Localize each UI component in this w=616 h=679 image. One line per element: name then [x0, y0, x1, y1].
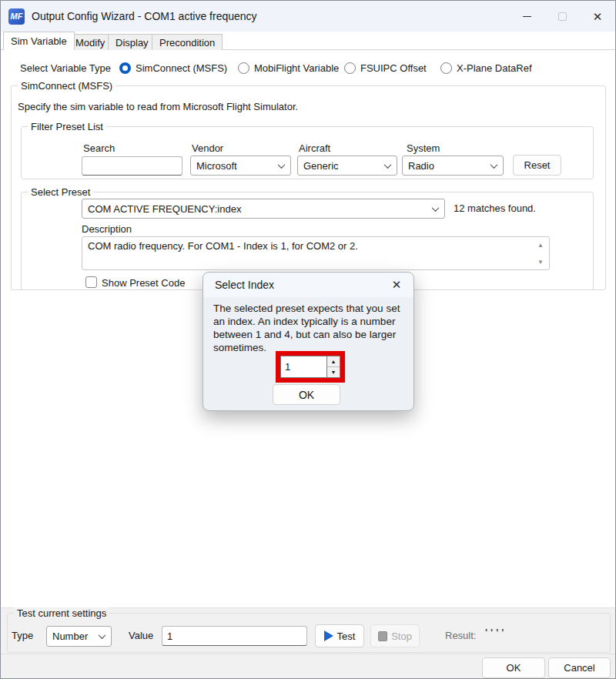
preset-value: COM ACTIVE FREQUENCY:index — [88, 203, 241, 215]
simconnect-groupbox-title: SimConnect (MSFS) — [18, 80, 116, 92]
chevron-down-icon — [384, 161, 392, 169]
radio-xplane-dataref-label[interactable]: X-Plane DataRef — [457, 62, 532, 74]
scroll-up-icon[interactable]: ▲ — [535, 239, 546, 250]
tab-display[interactable]: Display — [108, 34, 156, 50]
type-select[interactable]: Number — [46, 626, 112, 647]
index-highlight-annotation: 1 ▲ ▼ — [276, 351, 345, 383]
aircraft-value: Generic — [303, 160, 339, 172]
chevron-down-icon — [99, 631, 106, 639]
stop-icon — [378, 631, 387, 641]
select-preset-groupbox-title: Select Preset — [28, 186, 93, 198]
reset-button[interactable]: Reset — [513, 155, 561, 176]
radio-fsuipc-offset[interactable] — [344, 62, 356, 74]
radio-fsuipc-offset-label[interactable]: FSUIPC Offset — [360, 62, 427, 74]
type-value: Number — [52, 630, 88, 642]
simconnect-description: Specify the sim variable to read from Mi… — [18, 101, 298, 112]
maximize-button — [544, 1, 580, 32]
description-box: COM radio frequency. For COM1 - Index is… — [82, 236, 550, 270]
filter-preset-groupbox-title: Filter Preset List — [28, 121, 106, 132]
system-select[interactable]: Radio — [402, 156, 504, 176]
dialog-message: The selected preset expects that you set… — [213, 302, 407, 354]
tab-sim-variable[interactable]: Sim Variable — [3, 32, 75, 50]
index-spinner: ▲ ▼ — [326, 356, 340, 378]
test-settings-groupbox-title: Test current settings — [14, 607, 109, 619]
close-button[interactable]: ✕ — [580, 1, 615, 32]
select-index-dialog-title: Select Index — [203, 273, 413, 297]
tab-precondition[interactable]: Precondition — [152, 34, 223, 50]
radio-simconnect-label[interactable]: SimConnect (MSFS) — [136, 62, 227, 74]
preset-select[interactable]: COM ACTIVE FREQUENCY:index — [82, 199, 445, 219]
description-text: COM radio frequency. For COM1 - Index is… — [88, 240, 358, 252]
system-value: Radio — [408, 160, 434, 172]
radio-simconnect[interactable] — [119, 62, 131, 74]
close-icon: ✕ — [593, 11, 603, 22]
show-preset-code-label[interactable]: Show Preset Code — [102, 277, 185, 289]
search-label: Search — [83, 142, 115, 154]
matches-found-text: 12 matches found. — [454, 202, 536, 214]
aircraft-label: Aircraft — [299, 142, 330, 154]
maximize-icon — [558, 12, 567, 21]
tab-modify[interactable]: Modify — [68, 34, 112, 50]
select-index-dialog: Select Index ✕ The selected preset expec… — [203, 272, 414, 411]
title-bar: MF Output Config Wizard - COM1 active fr… — [1, 1, 615, 32]
mobiflight-logo-icon: MF — [8, 8, 25, 25]
stop-button-label: Stop — [391, 630, 412, 642]
search-input[interactable] — [82, 156, 182, 176]
value-input[interactable] — [162, 626, 307, 646]
spinner-up-icon[interactable]: ▲ — [327, 356, 340, 367]
radio-mobiflight-variable-label[interactable]: MobiFlight Variable — [254, 62, 339, 74]
bottom-panel: Test current settings Type Number Value … — [1, 607, 615, 678]
vendor-select[interactable]: Microsoft — [190, 156, 291, 176]
test-button-label: Test — [337, 630, 356, 642]
scroll-down-icon[interactable]: ▼ — [535, 256, 546, 267]
window-title: Output Config Wizard - COM1 active frequ… — [32, 10, 257, 22]
show-preset-code-checkbox[interactable] — [85, 276, 97, 288]
radio-xplane-dataref[interactable] — [440, 62, 452, 74]
play-icon — [324, 630, 333, 641]
index-spinner-value[interactable]: 1 — [280, 356, 326, 378]
ok-button[interactable]: OK — [482, 657, 545, 678]
chevron-down-icon — [432, 204, 440, 212]
chevron-down-icon — [278, 161, 286, 169]
result-value: '''' — [485, 627, 507, 638]
minimize-icon — [523, 16, 531, 17]
output-config-wizard-window: MF Output Config Wizard - COM1 active fr… — [0, 0, 616, 679]
radio-mobiflight-variable[interactable] — [238, 62, 249, 74]
aircraft-select[interactable]: Generic — [297, 156, 397, 176]
vendor-label: Vendor — [192, 142, 223, 154]
vendor-value: Microsoft — [196, 160, 237, 172]
cancel-button[interactable]: Cancel — [548, 657, 611, 678]
footer-divider — [1, 654, 615, 654]
spinner-down-icon[interactable]: ▼ — [327, 367, 340, 377]
tab-strip: Sim Variable Modify Display Precondition — [1, 32, 615, 50]
result-label: Result: — [445, 630, 476, 641]
dialog-ok-button[interactable]: OK — [273, 384, 340, 405]
chevron-down-icon — [490, 161, 498, 169]
test-button[interactable]: Test — [315, 624, 364, 647]
select-variable-type-label: Select Variable Type — [20, 62, 111, 74]
value-label: Value — [129, 630, 153, 641]
system-label: System — [407, 142, 440, 154]
description-label: Description — [82, 223, 132, 235]
dialog-close-button[interactable]: ✕ — [384, 274, 409, 296]
minimize-button[interactable] — [509, 1, 544, 32]
stop-button[interactable]: Stop — [370, 624, 420, 647]
type-label: Type — [12, 630, 33, 641]
